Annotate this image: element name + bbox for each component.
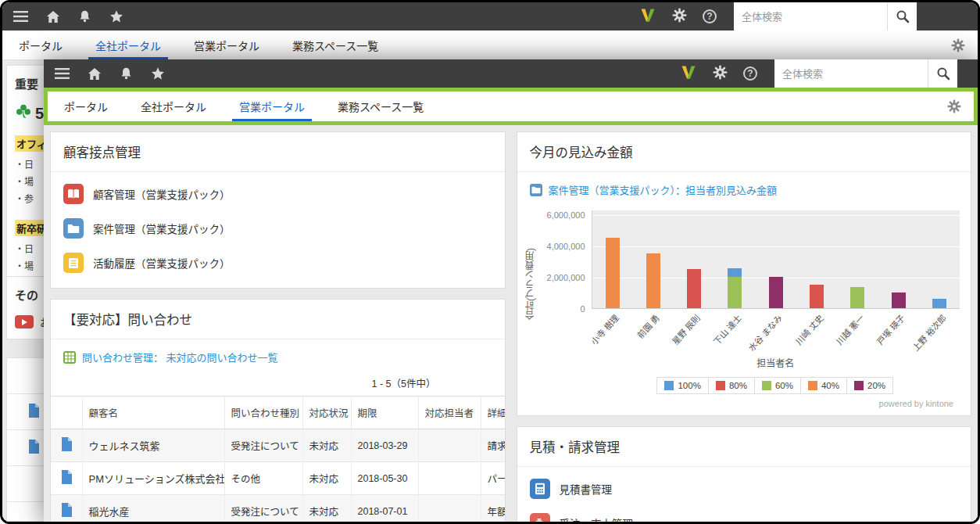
tab-company-portal[interactable]: 全社ポータル — [79, 31, 177, 59]
inquiry-list-link[interactable]: 問い合わせ管理： 未対応の問い合わせ一覧 — [82, 350, 278, 364]
star-icon[interactable] — [151, 66, 165, 81]
bar[interactable] — [796, 210, 837, 308]
kintone-logo[interactable] — [639, 8, 656, 26]
legend-item[interactable]: 100% — [656, 377, 708, 394]
help-icon[interactable] — [703, 9, 717, 23]
forecast-card: 今月の見込み金額 案件管理（営業支援パック）：担当者別見込み金額 合計(プラン費… — [517, 131, 972, 416]
col-header-due: 期限 — [351, 397, 418, 429]
gear-icon[interactable] — [672, 8, 687, 26]
cell-customer: ウェルネス筑紫 — [82, 429, 224, 462]
pagination: 1 - 5（5件中） — [51, 371, 505, 394]
app-link-sales-management[interactable]: 受注・売上管理 — [517, 506, 971, 522]
record-doc-icon[interactable] — [28, 440, 40, 457]
app-link-case-management[interactable]: 案件管理（営業支援パック） — [51, 211, 505, 246]
help-icon[interactable] — [743, 66, 757, 81]
home-icon[interactable] — [88, 67, 102, 81]
cell-detail: 年額 — [481, 495, 506, 522]
inquiry-app-icon — [63, 351, 76, 364]
card-title: 【要対応】問い合わせ — [51, 300, 505, 339]
portal-settings-gear-icon[interactable] — [947, 92, 974, 121]
forecast-chart-link[interactable]: 案件管理（営業支援パック）：担当者別見込み金額 — [549, 182, 778, 197]
table-row[interactable]: 稲光水産 受発注について 未対応 2018-07-01 年額 — [51, 495, 506, 522]
global-search-button[interactable] — [887, 2, 917, 31]
card-title: 見積・請求管理 — [517, 427, 971, 467]
hamburger-icon[interactable] — [13, 10, 28, 23]
portal-content: 顧客接点管理 顧客管理（営業支援パック） 案件管理（営業支援パック） 活動 — [44, 125, 978, 522]
chart-x-axis-label: 担当者名 — [592, 356, 960, 369]
col-header-customer: 顧客名 — [82, 397, 224, 429]
bar[interactable] — [674, 210, 714, 308]
tab-portal[interactable]: ポータル — [48, 92, 124, 121]
cell-type: 受発注について — [224, 429, 302, 462]
folder-icon — [63, 218, 84, 239]
bar[interactable] — [919, 210, 960, 308]
video-play-icon — [15, 315, 34, 328]
global-search-input[interactable] — [774, 59, 928, 88]
record-doc-icon[interactable] — [61, 508, 73, 519]
right-column: 今月の見込み金額 案件管理（営業支援パック）：担当者別見込み金額 合計(プラン費… — [517, 131, 972, 522]
bell-icon[interactable] — [78, 9, 91, 23]
cell-due: 2018-03-29 — [351, 429, 418, 462]
calculator-icon — [530, 479, 550, 499]
star-icon[interactable] — [109, 9, 123, 23]
legend-item[interactable]: 20% — [846, 377, 893, 394]
tab-sales-portal[interactable]: 営業ポータル — [223, 92, 321, 121]
portal-settings-gear-icon[interactable] — [951, 31, 978, 59]
app-link-quote-management[interactable]: 見積書管理 — [517, 472, 971, 506]
app-link-customer-management[interactable]: 顧客管理（営業支援パック） — [51, 177, 505, 211]
tab-space-list[interactable]: 業務スペース一覧 — [321, 92, 440, 121]
bar[interactable] — [837, 210, 878, 308]
bar[interactable] — [633, 210, 674, 308]
col-header-assignee: 対応担当者 — [418, 397, 481, 429]
cell-due: 2018-05-30 — [351, 462, 418, 495]
legend-item[interactable]: 60% — [754, 377, 801, 394]
bar[interactable] — [592, 210, 633, 308]
card-title: 今月の見込み金額 — [517, 132, 971, 172]
bell-icon[interactable] — [120, 66, 133, 81]
screen-frame: ポータル 全社ポータル 営業ポータル 業務スペース一覧 重要 5 オフィ 日 場… — [0, 0, 980, 524]
record-doc-icon[interactable] — [61, 476, 73, 486]
record-doc-icon[interactable] — [61, 443, 73, 454]
back-tab-bar: ポータル 全社ポータル 営業ポータル 業務スペース一覧 — [2, 31, 978, 60]
legend-swatch — [854, 381, 864, 390]
gear-icon[interactable] — [713, 65, 728, 83]
cell-type: 受発注について — [224, 495, 302, 522]
bar[interactable] — [756, 210, 796, 308]
piggy-bank-icon — [530, 513, 550, 522]
hamburger-icon[interactable] — [55, 67, 70, 80]
clover-count: 5 — [35, 105, 44, 123]
tab-company-portal[interactable]: 全社ポータル — [124, 92, 223, 121]
left-column: 顧客接点管理 顧客管理（営業支援パック） 案件管理（営業支援パック） 活動 — [50, 131, 506, 522]
kintone-logo[interactable] — [680, 65, 697, 83]
table-row[interactable]: ウェルネス筑紫 受発注について 未対応 2018-03-29 請求 — [51, 429, 506, 462]
legend-item[interactable]: 40% — [800, 377, 847, 394]
cell-customer: PMソリューションズ株式会社 — [82, 462, 224, 495]
col-header-status: 対応状況 — [302, 397, 351, 429]
card-title: 顧客接点管理 — [51, 132, 505, 172]
global-search-button[interactable] — [928, 59, 957, 88]
col-header-detail: 詳細 — [481, 397, 506, 429]
bar-chart: 合計(プラン費用) 6,000,000 4,000,000 2,000,000 … — [517, 204, 971, 415]
cell-status: 未対応 — [302, 495, 351, 522]
tab-sales-portal[interactable]: 営業ポータル — [177, 31, 276, 59]
bar[interactable] — [878, 210, 918, 308]
global-search-input[interactable] — [734, 2, 887, 31]
front-global-nav — [44, 59, 978, 88]
home-icon[interactable] — [46, 10, 60, 23]
legend-item[interactable]: 80% — [708, 377, 755, 394]
notebook-icon — [63, 253, 84, 273]
cell-detail: パー — [481, 462, 506, 495]
tab-portal[interactable]: ポータル — [2, 31, 79, 59]
clover-icon — [15, 103, 32, 124]
chart-legend: 100% 80% 60% 40% 20% — [592, 377, 960, 394]
cell-due: 2018-07-01 — [351, 495, 418, 522]
tab-space-list[interactable]: 業務スペース一覧 — [276, 31, 395, 59]
record-doc-icon[interactable] — [28, 404, 40, 421]
app-link-activity-history[interactable]: 活動履歴（営業支援パック） — [51, 246, 505, 280]
chart-x-ticks: 小寺 樹理 前園 勇 星野 辰則 下山 達士 水谷 まなみ 川崎 丈史 川越 憲… — [592, 309, 960, 356]
table-row[interactable]: PMソリューションズ株式会社 その他 未対応 2018-05-30 パー — [51, 462, 506, 495]
legend-swatch — [716, 381, 725, 390]
legend-swatch — [762, 381, 771, 390]
bar[interactable] — [714, 210, 755, 308]
sales-portal-window: ポータル 全社ポータル 営業ポータル 業務スペース一覧 顧客接点管理 顧客管理（… — [44, 59, 978, 522]
